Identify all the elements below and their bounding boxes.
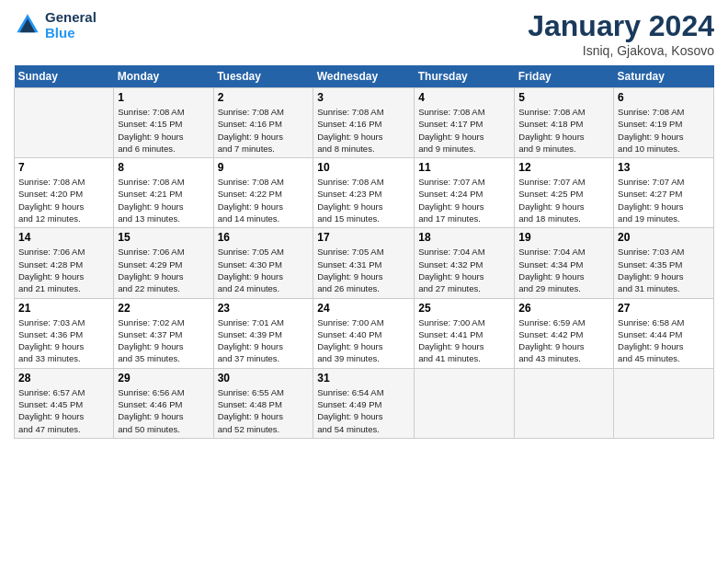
day-info: Sunrise: 7:05 AM Sunset: 4:31 PM Dayligh…: [317, 246, 410, 294]
day-info: Sunrise: 6:57 AM Sunset: 4:45 PM Dayligh…: [18, 386, 109, 435]
calendar-cell: 18Sunrise: 7:04 AM Sunset: 4:32 PM Dayli…: [415, 228, 515, 298]
day-number: 31: [317, 372, 410, 385]
calendar-page: General Blue January 2024 Isniq, Gjakova…: [0, 0, 728, 563]
day-info: Sunrise: 6:59 AM Sunset: 4:42 PM Dayligh…: [518, 316, 609, 365]
calendar-cell: [415, 368, 515, 438]
calendar-cell: 5Sunrise: 7:08 AM Sunset: 4:18 PM Daylig…: [515, 88, 614, 158]
calendar-cell: 26Sunrise: 6:59 AM Sunset: 4:42 PM Dayli…: [515, 298, 614, 368]
day-info: Sunrise: 7:08 AM Sunset: 4:22 PM Dayligh…: [218, 176, 310, 224]
day-number: 28: [18, 372, 109, 385]
day-number: 19: [518, 231, 609, 244]
day-number: 3: [317, 91, 410, 104]
calendar-cell: 9Sunrise: 7:08 AM Sunset: 4:22 PM Daylig…: [213, 158, 313, 228]
day-info: Sunrise: 7:06 AM Sunset: 4:28 PM Dayligh…: [18, 246, 109, 294]
calendar-cell: 28Sunrise: 6:57 AM Sunset: 4:45 PM Dayli…: [15, 368, 114, 438]
calendar-cell: 3Sunrise: 7:08 AM Sunset: 4:16 PM Daylig…: [313, 88, 415, 158]
calendar-cell: 6Sunrise: 7:08 AM Sunset: 4:19 PM Daylig…: [614, 88, 714, 158]
calendar-cell: 4Sunrise: 7:08 AM Sunset: 4:17 PM Daylig…: [415, 88, 515, 158]
day-info: Sunrise: 7:00 AM Sunset: 4:41 PM Dayligh…: [418, 316, 510, 365]
week-row-5: 28Sunrise: 6:57 AM Sunset: 4:45 PM Dayli…: [15, 368, 714, 438]
calendar-cell: 16Sunrise: 7:05 AM Sunset: 4:30 PM Dayli…: [213, 228, 313, 298]
day-info: Sunrise: 6:54 AM Sunset: 4:49 PM Dayligh…: [317, 386, 410, 435]
day-number: 11: [418, 161, 510, 174]
day-number: 20: [618, 231, 710, 244]
day-number: 30: [218, 372, 310, 385]
day-number: 9: [218, 161, 310, 174]
day-info: Sunrise: 7:07 AM Sunset: 4:24 PM Dayligh…: [418, 176, 510, 224]
day-number: 27: [618, 302, 710, 315]
calendar-cell: 31Sunrise: 6:54 AM Sunset: 4:49 PM Dayli…: [313, 368, 415, 438]
day-info: Sunrise: 6:58 AM Sunset: 4:44 PM Dayligh…: [618, 316, 710, 365]
calendar-cell: 22Sunrise: 7:02 AM Sunset: 4:37 PM Dayli…: [114, 298, 213, 368]
logo-icon: [14, 11, 41, 39]
subtitle: Isniq, Gjakova, Kosovo: [528, 43, 714, 58]
calendar-cell: [15, 88, 114, 158]
title-block: January 2024 Isniq, Gjakova, Kosovo: [528, 9, 714, 58]
calendar-cell: 7Sunrise: 7:08 AM Sunset: 4:20 PM Daylig…: [15, 158, 114, 228]
day-number: 22: [118, 302, 209, 315]
day-number: 4: [418, 91, 510, 104]
calendar-cell: 8Sunrise: 7:08 AM Sunset: 4:21 PM Daylig…: [114, 158, 213, 228]
calendar-cell: 25Sunrise: 7:00 AM Sunset: 4:41 PM Dayli…: [415, 298, 515, 368]
calendar-cell: 12Sunrise: 7:07 AM Sunset: 4:25 PM Dayli…: [515, 158, 614, 228]
day-number: 23: [218, 302, 310, 315]
header-row: SundayMondayTuesdayWednesdayThursdayFrid…: [15, 65, 714, 88]
col-header-sunday: Sunday: [15, 65, 114, 88]
calendar-cell: 17Sunrise: 7:05 AM Sunset: 4:31 PM Dayli…: [313, 228, 415, 298]
day-number: 17: [317, 231, 410, 244]
day-info: Sunrise: 6:56 AM Sunset: 4:46 PM Dayligh…: [118, 386, 209, 435]
week-row-2: 7Sunrise: 7:08 AM Sunset: 4:20 PM Daylig…: [15, 158, 714, 228]
day-number: 2: [218, 91, 310, 104]
calendar-cell: 29Sunrise: 6:56 AM Sunset: 4:46 PM Dayli…: [114, 368, 213, 438]
logo: General Blue: [14, 9, 97, 40]
day-info: Sunrise: 7:02 AM Sunset: 4:37 PM Dayligh…: [118, 316, 209, 365]
week-row-1: 1Sunrise: 7:08 AM Sunset: 4:15 PM Daylig…: [15, 88, 714, 158]
day-number: 14: [18, 231, 109, 244]
week-row-3: 14Sunrise: 7:06 AM Sunset: 4:28 PM Dayli…: [15, 228, 714, 298]
day-number: 24: [317, 302, 410, 315]
week-row-4: 21Sunrise: 7:03 AM Sunset: 4:36 PM Dayli…: [15, 298, 714, 368]
day-info: Sunrise: 7:08 AM Sunset: 4:18 PM Dayligh…: [518, 106, 609, 155]
day-number: 12: [518, 161, 609, 174]
calendar-cell: 24Sunrise: 7:00 AM Sunset: 4:40 PM Dayli…: [313, 298, 415, 368]
day-info: Sunrise: 7:00 AM Sunset: 4:40 PM Dayligh…: [317, 316, 410, 365]
day-number: 16: [218, 231, 310, 244]
day-number: 25: [418, 302, 510, 315]
calendar-cell: 14Sunrise: 7:06 AM Sunset: 4:28 PM Dayli…: [15, 228, 114, 298]
main-title: January 2024: [528, 9, 714, 43]
day-info: Sunrise: 7:03 AM Sunset: 4:35 PM Dayligh…: [618, 246, 710, 294]
day-info: Sunrise: 7:08 AM Sunset: 4:23 PM Dayligh…: [317, 176, 410, 224]
calendar-cell: 27Sunrise: 6:58 AM Sunset: 4:44 PM Dayli…: [614, 298, 714, 368]
calendar-cell: 21Sunrise: 7:03 AM Sunset: 4:36 PM Dayli…: [15, 298, 114, 368]
calendar-cell: 10Sunrise: 7:08 AM Sunset: 4:23 PM Dayli…: [313, 158, 415, 228]
day-info: Sunrise: 7:08 AM Sunset: 4:19 PM Dayligh…: [618, 106, 710, 155]
col-header-thursday: Thursday: [415, 65, 515, 88]
calendar-cell: [614, 368, 714, 438]
logo-text: General Blue: [45, 9, 97, 40]
day-info: Sunrise: 7:08 AM Sunset: 4:17 PM Dayligh…: [418, 106, 510, 155]
calendar-cell: [515, 368, 614, 438]
day-info: Sunrise: 7:06 AM Sunset: 4:29 PM Dayligh…: [118, 246, 209, 294]
header: General Blue January 2024 Isniq, Gjakova…: [14, 9, 714, 58]
day-number: 5: [518, 91, 609, 104]
day-number: 7: [18, 161, 109, 174]
day-info: Sunrise: 7:08 AM Sunset: 4:20 PM Dayligh…: [18, 176, 109, 224]
day-info: Sunrise: 7:08 AM Sunset: 4:15 PM Dayligh…: [118, 106, 209, 155]
col-header-monday: Monday: [114, 65, 213, 88]
day-number: 18: [418, 231, 510, 244]
calendar-table: SundayMondayTuesdayWednesdayThursdayFrid…: [14, 65, 714, 439]
day-number: 26: [518, 302, 609, 315]
day-info: Sunrise: 7:05 AM Sunset: 4:30 PM Dayligh…: [218, 246, 310, 294]
day-info: Sunrise: 7:03 AM Sunset: 4:36 PM Dayligh…: [18, 316, 109, 365]
day-info: Sunrise: 7:08 AM Sunset: 4:16 PM Dayligh…: [218, 106, 310, 155]
calendar-cell: 11Sunrise: 7:07 AM Sunset: 4:24 PM Dayli…: [415, 158, 515, 228]
calendar-cell: 20Sunrise: 7:03 AM Sunset: 4:35 PM Dayli…: [614, 228, 714, 298]
day-info: Sunrise: 7:04 AM Sunset: 4:34 PM Dayligh…: [518, 246, 609, 294]
day-number: 6: [618, 91, 710, 104]
calendar-cell: 1Sunrise: 7:08 AM Sunset: 4:15 PM Daylig…: [114, 88, 213, 158]
calendar-cell: 23Sunrise: 7:01 AM Sunset: 4:39 PM Dayli…: [213, 298, 313, 368]
day-info: Sunrise: 6:55 AM Sunset: 4:48 PM Dayligh…: [218, 386, 310, 435]
day-number: 15: [118, 231, 209, 244]
col-header-wednesday: Wednesday: [313, 65, 415, 88]
day-info: Sunrise: 7:01 AM Sunset: 4:39 PM Dayligh…: [218, 316, 310, 365]
